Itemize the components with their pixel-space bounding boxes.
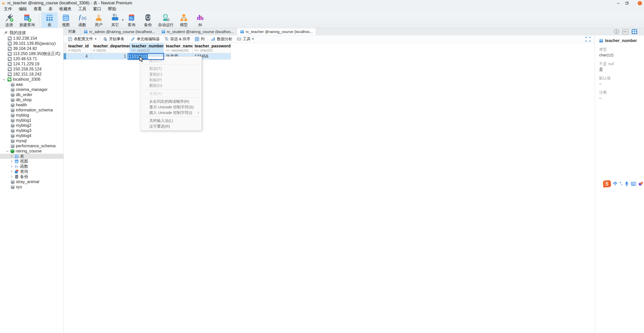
- data-analysis-button[interactable]: 数据分析: [209, 36, 235, 43]
- keyboard-icon[interactable]: [631, 182, 636, 186]
- menu-copy[interactable]: 复制(C): [140, 71, 202, 77]
- columns-button[interactable]: 列: [193, 36, 207, 43]
- tab-rc-admin[interactable]: rc_admin @rainng_course (localhost...: [81, 28, 158, 35]
- ime-punctuation-icon[interactable]: °,: [620, 181, 622, 186]
- database-item[interactable]: sys: [0, 184, 63, 190]
- database-item[interactable]: myblog3: [0, 128, 63, 133]
- user-button[interactable]: 用户: [90, 12, 107, 28]
- menu-tools[interactable]: 工具: [75, 6, 90, 12]
- tree-item-functions[interactable]: ƒx 函数: [0, 164, 63, 169]
- column-header-teacher-number[interactable]: teacher_number ABCchar(12): [130, 43, 164, 53]
- menu-close-ime[interactable]: 关闭输入法(L): [140, 118, 202, 123]
- database-item[interactable]: aaa: [0, 82, 63, 87]
- menu-reconvert[interactable]: 汉字重选(R): [140, 123, 202, 129]
- column-header-teacher-name[interactable]: teacher_name ABCvarchar(20): [164, 43, 193, 53]
- tree-item-backups[interactable]: 备份: [0, 174, 63, 179]
- menu-insert-unicode-chars[interactable]: 插入 Unicode 控制字符(I): [140, 110, 202, 116]
- sogou-logo-icon[interactable]: S: [603, 180, 611, 188]
- minimize-button[interactable]: [614, 0, 622, 6]
- close-button[interactable]: [638, 0, 642, 6]
- chevron-right-icon[interactable]: [10, 154, 13, 158]
- backup-button[interactable]: 备份: [140, 12, 156, 28]
- menu-file[interactable]: 文件: [1, 6, 15, 12]
- database-item[interactable]: myblog1: [0, 118, 63, 123]
- tools-button[interactable]: 工具: [235, 36, 256, 43]
- bi-button[interactable]: BI: [192, 12, 208, 28]
- connection-item[interactable]: 120.48.53.71: [0, 56, 63, 61]
- column-header-teacher-id[interactable]: teacher_id #int(10): [66, 43, 91, 53]
- tab-objects[interactable]: 对象: [64, 28, 81, 35]
- ime-mode-chinese[interactable]: 中: [613, 181, 617, 186]
- function-button[interactable]: ƒ(x) 函数: [74, 12, 90, 28]
- automation-button[interactable]: 自动运行: [156, 12, 176, 28]
- database-item[interactable]: myblog2: [0, 123, 63, 128]
- connection-item[interactable]: 150.158.26.124: [0, 67, 63, 72]
- microphone-icon[interactable]: [625, 181, 629, 186]
- cell-edit-box[interactable]: 11010103: [128, 53, 164, 60]
- database-item[interactable]: db_shop: [0, 97, 63, 102]
- database-item[interactable]: health: [0, 102, 63, 108]
- restore-button[interactable]: [622, 0, 631, 6]
- database-item[interactable]: information_schema: [0, 108, 63, 113]
- tree-item-views[interactable]: 视图: [0, 159, 63, 164]
- database-item[interactable]: myblog4: [0, 133, 63, 138]
- my-connections-header[interactable]: 我的连接: [0, 28, 63, 36]
- ddl-panel-icon[interactable]: DDL: [622, 29, 628, 34]
- database-item[interactable]: stray_animal: [0, 179, 63, 184]
- menu-view[interactable]: 查看: [30, 6, 45, 12]
- connection-item[interactable]: 124.71.229.19: [0, 61, 63, 67]
- query-button[interactable]: 查询: [123, 12, 140, 28]
- others-button[interactable]: 其它: [107, 12, 123, 28]
- database-item-rainng-course[interactable]: rainng_course: [0, 149, 63, 154]
- fullscreen-icon[interactable]: [586, 37, 591, 42]
- chevron-right-icon[interactable]: [10, 165, 13, 168]
- connection-item[interactable]: 113.250.189.35(物业正式): [0, 51, 63, 56]
- chevron-down-icon[interactable]: [6, 149, 9, 153]
- menu-delete[interactable]: 删除(D): [140, 83, 202, 88]
- menu-edit[interactable]: 编辑: [15, 6, 30, 12]
- table-profile-button[interactable]: 表配置文件: [66, 36, 99, 43]
- row-selection-indicator[interactable]: [64, 53, 66, 59]
- view-button[interactable]: 视图: [58, 12, 74, 28]
- connection-button[interactable]: 连接: [1, 12, 17, 28]
- filter-sort-button[interactable]: 筛选 & 排序: [162, 36, 193, 43]
- cell-editor-button[interactable]: 单元格编辑器: [128, 36, 162, 43]
- selected-text[interactable]: 11010103: [129, 54, 148, 59]
- tree-item-queries[interactable]: 查询: [0, 169, 63, 174]
- database-item[interactable]: mysql: [0, 138, 63, 143]
- new-query-button[interactable]: 新建查询: [17, 12, 37, 28]
- menu-cut[interactable]: 剪切(T): [140, 66, 202, 71]
- tab-rc-student[interactable]: rc_student @rainng_course (localhos...: [158, 28, 237, 35]
- menu-table[interactable]: 表: [45, 6, 56, 12]
- connection-item-localhost[interactable]: localhost_3306: [0, 77, 63, 82]
- menu-help[interactable]: 帮助: [105, 6, 119, 12]
- chevron-right-icon[interactable]: [10, 170, 13, 173]
- database-item[interactable]: performance_schema: [0, 143, 63, 149]
- info-icon[interactable]: [614, 29, 619, 34]
- connection-item[interactable]: 182.151.18.242: [0, 72, 63, 77]
- cell-teacher-department[interactable]: 1: [91, 53, 130, 59]
- info-panel-active-icon[interactable]: [631, 29, 637, 34]
- model-button[interactable]: 模型: [176, 12, 192, 28]
- column-header-teacher-password[interactable]: teacher_password ABCchar(32): [193, 43, 231, 53]
- menu-paste[interactable]: 粘贴(P): [140, 77, 202, 83]
- cell-teacher-id[interactable]: 4: [66, 53, 91, 59]
- chevron-right-icon[interactable]: [10, 175, 13, 179]
- connection-item[interactable]: 39.101.139.85(javacxy): [0, 41, 63, 46]
- database-item[interactable]: db_order: [0, 92, 63, 97]
- menu-rtl-reading-order[interactable]: 从右到左的阅读顺序(R): [140, 99, 202, 104]
- connection-item[interactable]: 39.104.24.82: [0, 46, 63, 51]
- skin-palette-icon[interactable]: [638, 181, 643, 186]
- chevron-right-icon[interactable]: [10, 160, 13, 163]
- database-item[interactable]: cinema_manager: [0, 87, 63, 92]
- tree-item-tables[interactable]: 表: [0, 154, 63, 159]
- chevron-down-icon[interactable]: [3, 78, 6, 81]
- menu-show-unicode-chars[interactable]: 显示 Unicode 控制字符(S): [140, 104, 202, 110]
- table-button[interactable]: 表: [41, 12, 58, 28]
- menu-favorites[interactable]: 收藏夹: [56, 6, 75, 12]
- begin-transaction-button[interactable]: 开始事务: [101, 36, 127, 43]
- database-item[interactable]: myblog: [0, 113, 63, 118]
- column-header-teacher-department[interactable]: teacher_department_ #int(10): [91, 43, 130, 53]
- menu-window[interactable]: 窗口: [90, 6, 105, 12]
- tab-rc-teacher[interactable]: rc_teacher @rainng_course (localhos...: [237, 28, 316, 35]
